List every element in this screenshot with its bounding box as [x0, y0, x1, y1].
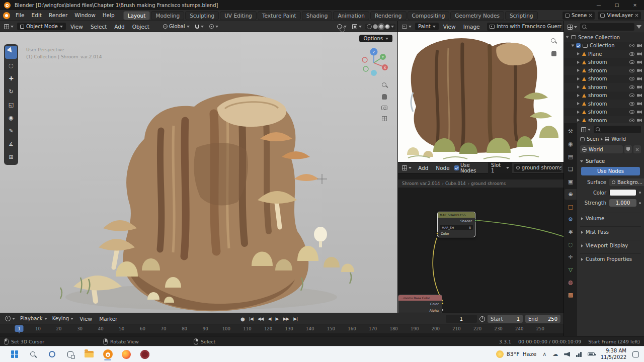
- outliner-row-shroom[interactable]: shroom: [564, 66, 644, 75]
- outliner-row-shroom[interactable]: shroom: [564, 100, 644, 108]
- expand-icon[interactable]: [577, 94, 580, 97]
- hide-in-viewport-icon[interactable]: [629, 69, 634, 72]
- zoom-icon[interactable]: [382, 82, 387, 88]
- expand-icon[interactable]: [577, 85, 580, 88]
- color-output-socket[interactable]: [441, 302, 444, 305]
- navigation-gizmo[interactable]: Z Y X: [358, 46, 389, 77]
- properties-tab-modifiers[interactable]: ⚙: [565, 214, 577, 225]
- outliner-row-collection[interactable]: Collection: [564, 42, 644, 50]
- disable-in-renders-icon[interactable]: [637, 94, 642, 97]
- mist-pass-section[interactable]: Mist Pass: [580, 226, 641, 237]
- hide-in-viewport-icon[interactable]: [629, 85, 634, 89]
- collection-checkbox[interactable]: [576, 43, 581, 48]
- workspace-tab-uv-editing[interactable]: UV Editing: [220, 11, 257, 20]
- node-image-field[interactable]: MAP_SH 5: [440, 225, 473, 230]
- editor-type-button[interactable]: [400, 24, 414, 30]
- alpha-output-socket[interactable]: [441, 309, 444, 311]
- hide-in-viewport-icon[interactable]: [629, 44, 634, 47]
- transform-orientation-dropdown[interactable]: Global: [161, 23, 192, 30]
- scale-tool[interactable]: ◱: [5, 98, 17, 111]
- shading-material-button[interactable]: [379, 24, 384, 29]
- editor-type-button[interactable]: [3, 315, 17, 322]
- workspace-tab-modeling[interactable]: Modeling: [151, 11, 184, 20]
- expand-icon[interactable]: [577, 111, 580, 114]
- surface-section-header[interactable]: Surface: [580, 158, 641, 164]
- color-input-socket[interactable]: [436, 232, 439, 235]
- taskbar-search-button[interactable]: [28, 348, 39, 360]
- disable-in-renders-icon[interactable]: [637, 77, 642, 80]
- disable-in-renders-icon[interactable]: [637, 60, 642, 64]
- properties-tab-particles[interactable]: ✱: [565, 227, 577, 237]
- transform-tool[interactable]: ◉: [5, 111, 17, 124]
- network-signal-icon[interactable]: [576, 352, 582, 357]
- hide-in-viewport-icon[interactable]: [629, 102, 634, 106]
- disable-in-renders-icon[interactable]: [637, 102, 642, 106]
- viewlayer-selector[interactable]: ViewLayer: [598, 12, 641, 20]
- editor-type-button[interactable]: [2, 23, 16, 30]
- speaker-icon[interactable]: [564, 352, 570, 357]
- outliner-row-shroom[interactable]: shroom: [564, 108, 644, 117]
- properties-tab-output[interactable]: ▤: [565, 151, 577, 162]
- start-button[interactable]: [9, 348, 20, 360]
- animate-dot-icon[interactable]: [639, 192, 641, 194]
- menu-help[interactable]: Help: [99, 10, 118, 21]
- timeline-view-menu[interactable]: View: [76, 314, 95, 324]
- play-reverse-button[interactable]: ◀: [268, 316, 271, 321]
- menu-file[interactable]: File: [12, 10, 28, 21]
- hide-in-viewport-icon[interactable]: [629, 94, 634, 97]
- outliner-row-plane[interactable]: Plane: [564, 50, 644, 58]
- shader-output-socket[interactable]: [474, 219, 477, 222]
- tray-expand-icon[interactable]: ∧: [542, 351, 546, 357]
- shading-rendered-button[interactable]: [385, 24, 390, 29]
- workspace-tab-compositing[interactable]: Compositing: [408, 11, 450, 20]
- corner-shader-node[interactable]: ...rooms Base Color Color Alpha: [398, 295, 442, 313]
- expand-icon[interactable]: [577, 119, 580, 122]
- taskbar-clock[interactable]: 9:38 AM 11/5/2022: [601, 348, 626, 360]
- mode-dropdown[interactable]: Object Mode: [17, 23, 66, 30]
- outliner-row-shroom[interactable]: shroom: [564, 75, 644, 83]
- world-datablock-field[interactable]: World: [580, 145, 623, 153]
- expand-icon[interactable]: [572, 44, 575, 47]
- outliner-row-scene-collection[interactable]: Scene Collection: [564, 33, 644, 42]
- hide-in-viewport-icon[interactable]: [629, 119, 634, 122]
- disable-in-renders-icon[interactable]: [637, 85, 642, 89]
- outliner-row-shroom[interactable]: shroom: [564, 92, 644, 100]
- viewport-menu-view[interactable]: View: [67, 22, 86, 32]
- image-mode-dropdown[interactable]: Paint: [415, 23, 439, 30]
- surface-shader-dropdown[interactable]: Backgro...: [609, 178, 644, 186]
- workspace-tab-shading[interactable]: Shading: [302, 11, 333, 20]
- image-canvas[interactable]: [398, 32, 564, 162]
- rotate-tool[interactable]: ↻: [5, 85, 17, 98]
- playback-menu[interactable]: Playback: [18, 315, 49, 322]
- properties-tab-constraints[interactable]: ✛: [565, 252, 577, 262]
- hide-in-viewport-icon[interactable]: [629, 77, 634, 80]
- custom-properties-section[interactable]: Custom Properties: [580, 253, 641, 264]
- notification-center-icon[interactable]: [632, 351, 639, 357]
- previous-keyframe-button[interactable]: ◀◀: [258, 316, 264, 321]
- world-color-swatch[interactable]: [609, 189, 636, 196]
- volume-section[interactable]: Volume: [580, 213, 641, 224]
- shader-node[interactable]: MAP_SHADELESS Shader MAP_SH 5 Color: [437, 212, 475, 237]
- image-menu-image[interactable]: Image: [460, 22, 483, 32]
- jump-to-start-button[interactable]: |◀: [249, 316, 253, 321]
- shading-wireframe-button[interactable]: [367, 24, 372, 29]
- scene-unlink-icon[interactable]: [589, 14, 592, 17]
- menu-render[interactable]: Render: [45, 10, 71, 21]
- editor-type-button[interactable]: [400, 164, 414, 171]
- blender-menu-icon[interactable]: [3, 12, 10, 19]
- expand-icon[interactable]: [566, 36, 569, 39]
- shader-menu-node[interactable]: Node: [433, 163, 452, 173]
- app-button[interactable]: [139, 348, 150, 360]
- workspace-tab-rendering[interactable]: Rendering: [370, 11, 407, 20]
- editor-type-button[interactable]: [580, 126, 592, 133]
- jump-to-end-button[interactable]: ▶|: [293, 316, 297, 321]
- disable-in-renders-icon[interactable]: [637, 119, 642, 122]
- material-name-field[interactable]: ground shrooms: [514, 164, 561, 172]
- hide-in-viewport-icon[interactable]: [629, 110, 634, 114]
- image-name-field[interactable]: intro with Francisco Guerr: [487, 23, 561, 31]
- properties-tab-world[interactable]: ⊕: [565, 189, 577, 200]
- properties-tab-view-layer[interactable]: ❏: [565, 164, 577, 174]
- current-frame-marker[interactable]: 1: [15, 325, 24, 332]
- fake-user-button[interactable]: [624, 145, 632, 153]
- onedrive-cloud-icon[interactable]: ☁: [552, 351, 558, 357]
